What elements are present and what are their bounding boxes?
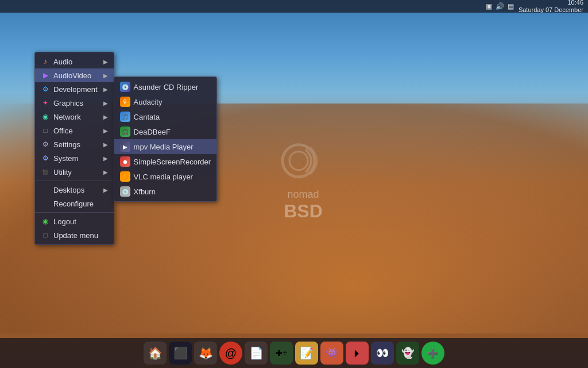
network-label: Network <box>53 113 98 121</box>
topbar-icons: ▣ 🔊 ▤ <box>486 2 514 10</box>
mpv-label: mpv Media Player <box>134 143 194 151</box>
office-icon: □ <box>41 126 50 135</box>
mpv-icon: ▶ <box>120 141 130 152</box>
taskbar-item-ghost[interactable]: 👻 <box>396 342 419 365</box>
system-arrow: ▶ <box>103 155 108 162</box>
screen-icon: ▤ <box>508 2 514 10</box>
ssr-label: SimpleScreenRecorder <box>134 158 211 166</box>
desktops-label: Desktops <box>53 186 98 194</box>
menu-divider-1 <box>35 181 114 181</box>
desktops-icon <box>41 185 50 194</box>
audio-label: Audio <box>53 57 98 66</box>
nomad-text-block: nomad BSD <box>284 189 323 222</box>
taskbar-item-notes[interactable]: 📝 <box>295 342 318 365</box>
utility-arrow: ▶ <box>103 169 108 175</box>
menu-item-development[interactable]: ⚙ Development ▶ <box>35 82 114 96</box>
audacity-label: Audacity <box>134 98 163 106</box>
audiovideo-submenu: 💿 Asunder CD Ripper 🎙 Audacity 🎵 Cantata… <box>114 76 217 202</box>
system-label: System <box>53 154 98 163</box>
office-arrow: ▶ <box>103 128 108 134</box>
taskbar-item-terminal[interactable]: ⬛ <box>169 342 192 365</box>
menu-item-logout[interactable]: ◉ Logout <box>35 214 114 228</box>
update-icon: □ <box>41 231 50 240</box>
topbar: ▣ 🔊 ▤ 10:46 Saturday 07 December <box>0 0 588 13</box>
menu-item-desktops[interactable]: Desktops ▶ <box>35 183 114 197</box>
xfburn-label: Xfburn <box>134 187 156 196</box>
settings-label: Settings <box>53 140 98 149</box>
logout-label: Logout <box>53 217 108 226</box>
desktops-arrow: ▶ <box>103 187 108 193</box>
cantata-icon: 🎵 <box>120 112 130 122</box>
clock-date: Saturday 07 December <box>519 6 583 14</box>
bsd-word: BSD <box>284 201 323 222</box>
vlc-label: VLC media player <box>134 172 193 181</box>
svg-point-1 <box>289 152 308 170</box>
audio-arrow: ▶ <box>103 59 108 65</box>
menu-item-graphics[interactable]: ✦ Graphics ▶ <box>35 96 114 110</box>
volume-icon[interactable]: 🔊 <box>496 2 504 10</box>
network-arrow: ▶ <box>103 114 108 120</box>
audiovideo-label: AudioVideo <box>53 71 98 80</box>
development-arrow: ▶ <box>103 86 108 93</box>
audacity-icon: 🎙 <box>120 97 130 107</box>
menu-item-office[interactable]: □ Office ▶ <box>35 124 114 137</box>
submenu-item-deadbeef[interactable]: 🎧 DeaDBeeF <box>114 124 216 139</box>
taskbar-item-char[interactable]: 👾 <box>320 342 343 365</box>
utility-icon: ⬛ <box>41 167 50 177</box>
menu-item-update[interactable]: □ Update menu <box>35 228 114 242</box>
svg-point-0 <box>283 145 315 177</box>
taskbar-item-eyes[interactable]: 👀 <box>371 342 394 365</box>
taskbar-item-email[interactable]: @ <box>219 342 242 365</box>
menu-item-reconfigure[interactable]: Reconfigure <box>35 197 114 210</box>
nomad-word: nomad <box>284 189 323 201</box>
audio-icon: ♪ <box>41 57 50 66</box>
taskbar-item-media[interactable]: ⏵ <box>346 342 369 365</box>
graphics-icon: ✦ <box>41 98 50 108</box>
asunder-label: Asunder CD Ripper <box>134 83 199 91</box>
submenu-item-mpv[interactable]: ▶ mpv Media Player <box>114 139 216 154</box>
submenu-item-xfburn[interactable]: 💿 Xfburn <box>114 184 216 199</box>
taskbar: 🏠 ⬛ 🦊 @ 📄 ✚÷ 📝 👾 ⏵ 👀 👻 ➕ <box>0 338 588 368</box>
settings-icon: ⚙ <box>41 140 50 149</box>
battery-icon: ▣ <box>486 2 492 10</box>
system-icon: ⚙ <box>41 154 50 163</box>
submenu-item-cantata[interactable]: 🎵 Cantata <box>114 109 216 124</box>
audiovideo-icon: ▶ <box>41 71 50 80</box>
asunder-icon: 💿 <box>120 82 130 92</box>
menu-item-settings[interactable]: ⚙ Settings ▶ <box>35 137 114 151</box>
main-menu: ♪ Audio ▶ ▶ AudioVideo ▶ 💿 Asunder CD Ri… <box>34 52 114 245</box>
development-icon: ⚙ <box>41 85 50 94</box>
taskbar-item-files[interactable]: 🏠 <box>144 342 167 365</box>
xfburn-icon: 💿 <box>120 186 130 197</box>
taskbar-item-text[interactable]: 📄 <box>245 342 268 365</box>
menu-item-utility[interactable]: ⬛ Utility ▶ <box>35 165 114 179</box>
audiovideo-arrow: ▶ <box>103 72 108 79</box>
office-label: Office <box>53 126 98 135</box>
menu-divider-2 <box>35 212 114 213</box>
reconfigure-icon <box>41 199 50 208</box>
deadbeef-label: DeaDBeeF <box>134 128 171 136</box>
menu-item-system[interactable]: ⚙ System ▶ <box>35 151 114 165</box>
submenu-item-ssr[interactable]: ⏺ SimpleScreenRecorder <box>114 154 216 169</box>
nomad-logo: nomad BSD <box>280 138 326 222</box>
taskbar-item-add[interactable]: ➕ <box>421 342 444 365</box>
ssr-icon: ⏺ <box>120 156 130 167</box>
topbar-time: 10:46 Saturday 07 December <box>519 0 583 14</box>
menu-item-audiovideo[interactable]: ▶ AudioVideo ▶ 💿 Asunder CD Ripper 🎙 Aud… <box>35 68 114 82</box>
graphics-label: Graphics <box>53 99 98 108</box>
submenu-item-asunder[interactable]: 💿 Asunder CD Ripper <box>114 79 216 94</box>
vlc-icon: 🔶 <box>120 171 130 182</box>
update-label: Update menu <box>53 231 108 240</box>
clock-time: 10:46 <box>519 0 583 6</box>
deadbeef-icon: 🎧 <box>120 126 130 137</box>
menu-item-network[interactable]: ◉ Network ▶ <box>35 110 114 124</box>
submenu-item-vlc[interactable]: 🔶 VLC media player <box>114 169 216 184</box>
context-menu-container: ♪ Audio ▶ ▶ AudioVideo ▶ 💿 Asunder CD Ri… <box>34 52 114 245</box>
submenu-item-audacity[interactable]: 🎙 Audacity <box>114 94 216 109</box>
taskbar-item-calc[interactable]: ✚÷ <box>270 342 293 365</box>
reconfigure-label: Reconfigure <box>53 200 108 208</box>
network-icon: ◉ <box>41 112 50 121</box>
menu-item-audio[interactable]: ♪ Audio ▶ <box>35 55 114 68</box>
utility-label: Utility <box>53 168 98 177</box>
taskbar-item-firefox[interactable]: 🦊 <box>194 342 217 365</box>
